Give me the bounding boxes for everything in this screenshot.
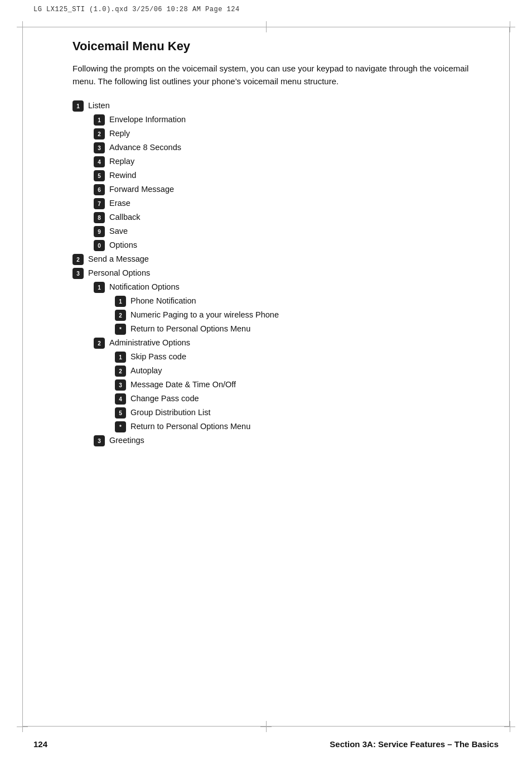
menu-badge: 3	[94, 142, 105, 153]
intro-text: Following the prompts on the voicemail s…	[72, 62, 487, 88]
header-bar: LG LX125_STI (1.0).qxd 3/25/06 10:28 AM …	[33, 6, 499, 13]
menu-badge: 1	[72, 100, 84, 112]
menu-label: Phone Notification	[130, 295, 196, 306]
menu-badge: 6	[94, 184, 105, 195]
menu-badge: 3	[72, 268, 84, 279]
crosshair-bottom-right	[504, 721, 515, 732]
menu-label: Erase	[109, 198, 130, 209]
menu-badge: 3	[115, 379, 126, 391]
menu-label: Personal Options	[88, 267, 150, 278]
menu-label: Return to Personal Options Menu	[130, 421, 250, 432]
crosshair-top-center	[260, 21, 272, 32]
menu-item: 1Skip Pass code	[115, 351, 487, 363]
menu-label: Advance 8 Seconds	[109, 142, 181, 153]
menu-item: 3Greetings	[94, 435, 487, 446]
menu-label: Numeric Paging to a your wireless Phone	[130, 309, 279, 320]
menu-badge: 7	[94, 198, 105, 209]
border-right	[509, 27, 510, 727]
page-title: Voicemail Menu Key	[72, 39, 487, 54]
menu-badge: 9	[94, 226, 105, 237]
menu-label: Send a Message	[88, 253, 149, 264]
menu-badge: 8	[94, 212, 105, 223]
menu-item: 3Advance 8 Seconds	[94, 142, 487, 153]
menu-label: Options	[109, 239, 137, 251]
border-left	[22, 27, 23, 727]
menu-badge: 5	[115, 407, 126, 419]
menu-item: 2Numeric Paging to a your wireless Phone	[115, 309, 487, 321]
crosshair-top-right	[504, 21, 515, 32]
menu-label: Greetings	[109, 435, 144, 446]
menu-label: Replay	[109, 156, 134, 167]
menu-item: 6Forward Message	[94, 184, 487, 195]
page-number: 124	[33, 739, 47, 749]
menu-item: 2Send a Message	[72, 253, 487, 265]
menu-badge: 2	[94, 338, 105, 349]
menu-label: Callback	[109, 211, 141, 223]
menu-badge: 4	[94, 156, 105, 167]
menu-label: Skip Pass code	[130, 351, 186, 362]
menu-badge: 2	[94, 128, 105, 140]
menu-label: Reply	[109, 128, 130, 139]
menu-item: 7Erase	[94, 198, 487, 209]
menu-badge: 1	[115, 296, 126, 307]
menu-label: Administrative Options	[109, 337, 190, 348]
menu-badge: 1	[94, 114, 105, 126]
header-text: LG LX125_STI (1.0).qxd 3/25/06 10:28 AM …	[33, 6, 240, 13]
crosshair-bottom-left	[17, 721, 28, 732]
menu-badge: 2	[115, 365, 126, 377]
menu-item: 2Autoplay	[115, 365, 487, 377]
menu-label: Group Distribution List	[130, 407, 210, 418]
menu-badge: 2	[115, 310, 126, 321]
menu-tree: 1Listen1Envelope Information2Reply3Advan…	[72, 100, 487, 446]
menu-label: Forward Message	[109, 184, 174, 195]
menu-label: Message Date & Time On/Off	[130, 379, 236, 390]
menu-item: 4Replay	[94, 156, 487, 167]
menu-item: *Return to Personal Options Menu	[115, 421, 487, 432]
menu-badge: 4	[115, 393, 126, 405]
menu-item: *Return to Personal Options Menu	[115, 323, 487, 335]
menu-badge: 5	[94, 170, 105, 181]
menu-item: 4Change Pass code	[115, 393, 487, 405]
menu-label: Envelope Information	[109, 114, 186, 125]
menu-badge: 1	[115, 352, 126, 363]
menu-label: Rewind	[109, 170, 136, 181]
footer: 124 Section 3A: Service Features – The B…	[33, 739, 499, 749]
menu-item: 8Callback	[94, 211, 487, 223]
menu-item: 1Phone Notification	[115, 295, 487, 307]
menu-item: 9Save	[94, 225, 487, 237]
menu-label: Save	[109, 225, 128, 237]
menu-badge: *	[115, 324, 126, 335]
menu-item: 3Message Date & Time On/Off	[115, 379, 487, 391]
menu-label: Autoplay	[130, 365, 162, 376]
crosshair-top-left	[17, 21, 28, 32]
menu-badge: 2	[72, 254, 84, 265]
menu-item: 1Envelope Information	[94, 114, 487, 126]
section-text: Section 3A: Service Features – The Basic…	[330, 739, 499, 749]
menu-item: 2Reply	[94, 128, 487, 140]
menu-item: 2Administrative Options	[94, 337, 487, 349]
crosshair-bottom-center	[260, 721, 272, 732]
menu-item: 1Notification Options	[94, 281, 487, 293]
menu-item: 3Personal Options	[72, 267, 487, 279]
menu-item: 5Rewind	[94, 170, 487, 181]
menu-item: 0Options	[94, 239, 487, 251]
menu-item: 5Group Distribution List	[115, 407, 487, 419]
menu-badge: 0	[94, 240, 105, 251]
menu-item: 1Listen	[72, 100, 487, 112]
menu-badge: 1	[94, 282, 105, 293]
menu-label: Return to Personal Options Menu	[130, 323, 250, 334]
menu-label: Change Pass code	[130, 393, 199, 404]
menu-badge: *	[115, 421, 126, 432]
menu-label: Listen	[88, 100, 110, 111]
main-content: Voicemail Menu Key Following the prompts…	[72, 39, 487, 449]
menu-badge: 3	[94, 435, 105, 446]
menu-label: Notification Options	[109, 281, 180, 292]
